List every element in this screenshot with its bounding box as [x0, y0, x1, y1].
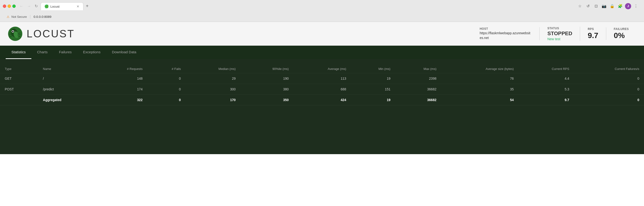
tab-title: Locust — [50, 5, 60, 8]
tab-failures[interactable]: Failures — [53, 46, 77, 59]
row-1-average: 688 — [294, 84, 351, 95]
browser-toolbar: ☆ ↺ ⊡ 📷 🔒 🧩 J ⋮ — [574, 3, 641, 10]
agg-90pct: 350 — [240, 95, 294, 105]
row-1-median: 300 — [186, 84, 240, 95]
address-bar-row: ⚠ Not Secure | 0.0.0.0:8089 — [3, 12, 641, 22]
agg-max: 36682 — [395, 95, 441, 105]
status-label: STATUS — [547, 27, 572, 30]
col-90pct: 90%ile (ms) — [240, 65, 294, 73]
nav-tabs: Statistics Charts Failures Exceptions Do… — [0, 46, 644, 59]
header-stats: HOST https://flaskmlwebapp.azurewebsites… — [472, 27, 636, 41]
rps-stat-block: RPS 9.7 — [580, 27, 606, 40]
new-test-link[interactable]: New test — [547, 37, 572, 41]
security-warning-text: Not Secure — [12, 15, 27, 19]
row-1-current-rps: 5.3 — [518, 84, 574, 95]
col-average: Average (ms) — [294, 65, 351, 73]
row-1-fails: 0 — [147, 84, 186, 95]
table-header-row: Type Name # Requests # Fails Median (ms)… — [0, 65, 644, 73]
url-text: 0.0.0.0:8089 — [34, 15, 51, 19]
row-0-current-rps: 4.4 — [518, 73, 574, 84]
new-tab-button[interactable]: + — [84, 2, 91, 10]
user-avatar[interactable]: J — [625, 3, 631, 9]
agg-type — [0, 95, 38, 105]
col-median: Median (ms) — [186, 65, 240, 73]
forward-button[interactable]: → — [26, 4, 32, 9]
agg-requests: 322 — [96, 95, 147, 105]
close-button[interactable] — [3, 5, 6, 8]
refresh-circle-icon[interactable]: ↺ — [584, 3, 591, 10]
row-0-requests: 148 — [96, 73, 147, 84]
security-warning-icon: ⚠ — [7, 15, 10, 19]
logo-area: LOCUST — [8, 26, 74, 41]
col-fails: # Fails — [147, 65, 186, 73]
maximize-button[interactable] — [12, 5, 16, 8]
tab-statistics[interactable]: Statistics — [6, 46, 31, 59]
col-current-failures: Current Failures/s — [574, 65, 644, 73]
app-logo-text: LOCUST — [26, 28, 74, 40]
row-1-avg-size: 35 — [441, 84, 518, 95]
back-button[interactable]: ← — [18, 4, 24, 9]
row-0-min: 19 — [351, 73, 395, 84]
agg-min: 19 — [351, 95, 395, 105]
table-row: POST /predict 174 0 300 380 688 151 3668… — [0, 84, 644, 95]
col-requests: # Requests — [96, 65, 147, 73]
traffic-lights — [3, 5, 16, 8]
table-row: GET / 148 0 29 190 113 19 2398 76 4.4 0 — [0, 73, 644, 84]
col-type: Type — [0, 65, 38, 73]
locust-logo-icon — [8, 26, 23, 41]
row-1-type: POST — [0, 84, 38, 95]
row-1-requests: 174 — [96, 84, 147, 95]
agg-label: Aggregated — [38, 95, 96, 105]
row-0-90pct: 190 — [240, 73, 294, 84]
failures-stat-block: FAILURES 0% — [606, 27, 636, 40]
host-stat-block: HOST https://flaskmlwebapp.azurewebsites… — [472, 27, 540, 40]
agg-current-failures: 0 — [574, 95, 644, 105]
aggregated-row: Aggregated 322 0 170 350 424 19 36682 54… — [0, 95, 644, 105]
rps-value: 9.7 — [588, 31, 598, 40]
host-value: https://flaskmlwebapp.azurewebsites.net — [480, 31, 532, 40]
failures-value: 0% — [614, 31, 629, 40]
bookmarks-icon[interactable]: ☆ — [576, 3, 583, 10]
status-stat-block: STATUS STOPPED New test — [540, 27, 580, 41]
tab-download-data[interactable]: Download Data — [106, 46, 142, 59]
statistics-table: Type Name # Requests # Fails Median (ms)… — [0, 65, 644, 105]
row-0-type: GET — [0, 73, 38, 84]
row-1-min: 151 — [351, 84, 395, 95]
tab-bar: 🌿 Locust ✕ + — [41, 2, 91, 10]
refresh-button[interactable]: ↻ — [34, 3, 39, 9]
row-0-max: 2398 — [395, 73, 441, 84]
minimize-button[interactable] — [8, 5, 11, 8]
rps-label: RPS — [588, 27, 598, 31]
row-1-90pct: 380 — [240, 84, 294, 95]
agg-median: 170 — [186, 95, 240, 105]
col-name: Name — [38, 65, 96, 73]
tab-charts[interactable]: Charts — [31, 46, 53, 59]
address-separator: | — [30, 15, 31, 19]
row-0-fails: 0 — [147, 73, 186, 84]
agg-current-rps: 9.7 — [518, 95, 574, 105]
tab-exceptions[interactable]: Exceptions — [78, 46, 106, 59]
tab-favicon: 🌿 — [45, 5, 48, 8]
row-0-median: 29 — [186, 73, 240, 84]
col-min: Min (ms) — [351, 65, 395, 73]
main-content: Type Name # Requests # Fails Median (ms)… — [0, 59, 644, 154]
failures-label: FAILURES — [614, 27, 629, 31]
row-1-max: 36682 — [395, 84, 441, 95]
col-current-rps: Current RPS — [518, 65, 574, 73]
agg-fails: 0 — [147, 95, 186, 105]
chromecast-icon[interactable]: ⊡ — [593, 3, 599, 10]
col-max: Max (ms) — [395, 65, 441, 73]
col-avg-size: Average size (bytes) — [441, 65, 518, 73]
app-header: LOCUST HOST https://flaskmlwebapp.azurew… — [0, 22, 644, 46]
menu-icon[interactable]: ⋮ — [632, 3, 639, 10]
row-0-current-failures: 0 — [574, 73, 644, 84]
svg-point-4 — [12, 31, 14, 32]
lock-icon[interactable]: 🔒 — [609, 3, 616, 10]
extensions-icon[interactable]: 🧩 — [617, 3, 624, 10]
active-tab[interactable]: 🌿 Locust ✕ — [41, 3, 84, 10]
row-0-average: 113 — [294, 73, 351, 84]
host-label: HOST — [480, 27, 532, 31]
screenshot-icon[interactable]: 📷 — [601, 3, 608, 10]
row-0-avg-size: 76 — [441, 73, 518, 84]
tab-close-button[interactable]: ✕ — [76, 5, 79, 8]
